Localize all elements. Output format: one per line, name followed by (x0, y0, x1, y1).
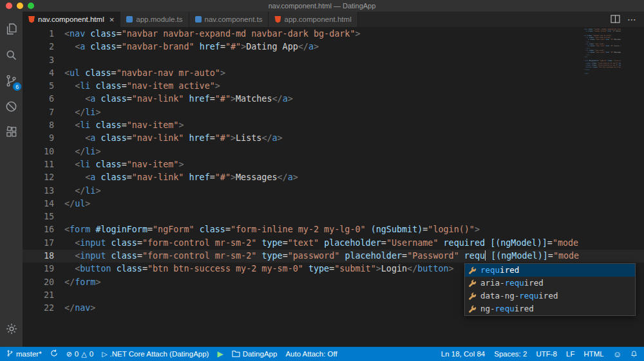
extensions-icon[interactable] (0, 119, 23, 145)
code-text: <a class="nav-link" href="#">Matches</a> (64, 93, 293, 106)
git-branch-status[interactable]: master* (6, 349, 42, 358)
settings-gear-icon[interactable] (0, 316, 23, 342)
source-control-icon[interactable]: 6 (0, 68, 23, 93)
suggestion-required[interactable]: required (465, 264, 635, 277)
debug-config-label: .NET Core Attach (DatingApp) (110, 350, 209, 358)
line-number: 9 (23, 132, 54, 145)
sync-button[interactable] (50, 349, 58, 358)
code-line-15[interactable]: 15 (23, 210, 644, 223)
ts-file-icon (195, 16, 202, 23)
explorer-icon[interactable] (0, 16, 23, 42)
window-title: nav.component.html — DatingApp (269, 2, 376, 10)
problems-status[interactable]: ⊘ 0 △ 0 (66, 350, 94, 358)
tab-label: app.component.html (284, 15, 351, 23)
line-number: 18 (23, 250, 54, 263)
code-line-7[interactable]: 7 </li> (23, 106, 644, 119)
property-icon (468, 305, 477, 313)
code-line-6[interactable]: 6 <a class="nav-link" href="#">Matches</… (23, 93, 644, 106)
code-line-11[interactable]: 11 <li class="nav-item"> (23, 158, 644, 171)
code-line-13[interactable]: 13 </li> (23, 185, 644, 198)
code-line-3[interactable]: 3 (23, 54, 644, 67)
code-line-8[interactable]: 8 <li class="nav-item"> (23, 119, 644, 132)
code-text: </ul> (64, 198, 90, 210)
line-number: 11 (23, 158, 54, 171)
line-number: 1 (23, 28, 54, 41)
code-line-18[interactable]: 18 <input class="form-control mr-sm-2" t… (23, 250, 644, 263)
error-icon: ⊘ (66, 351, 72, 358)
run-task-button[interactable]: ▶ (217, 349, 223, 358)
line-number: 10 (23, 145, 54, 158)
tab-nav-component-ts[interactable]: nav.component.ts (189, 12, 269, 27)
suggestion-ng-required[interactable]: ng-required (465, 302, 635, 315)
line-number: 21 (23, 289, 54, 302)
tab-nav-component-html[interactable]: nav.component.html × (23, 12, 120, 27)
language-mode-status[interactable]: HTML (583, 350, 603, 358)
html-file-icon (28, 16, 35, 23)
code-text: <ul class="navbar-nav mr-auto"> (64, 67, 225, 80)
line-number: 17 (23, 237, 54, 250)
split-editor-icon[interactable] (611, 15, 620, 24)
code-text: <input class="form-control mr-sm-2" type… (64, 237, 578, 250)
debug-config-status[interactable]: ▷ .NET Core Attach (DatingApp) (102, 350, 209, 358)
suggestion-aria-required[interactable]: aria-required (465, 277, 635, 290)
code-line-10[interactable]: 10 </li> (23, 145, 644, 158)
code-text: <li class="nav-item"> (64, 158, 184, 171)
line-number: 2 (23, 41, 54, 53)
line-number: 20 (23, 276, 54, 289)
indentation-status[interactable]: Spaces: 2 (494, 350, 527, 358)
feedback-smiley-icon[interactable]: ☺ (613, 349, 621, 359)
line-number: 8 (23, 119, 54, 132)
tab-app-module-ts[interactable]: app.module.ts (120, 12, 189, 27)
ts-file-icon (126, 16, 133, 23)
tab-bar: nav.component.html × app.module.ts nav.c… (23, 12, 644, 27)
code-line-14[interactable]: 14</ul> (23, 198, 644, 210)
eol-status[interactable]: LF (566, 350, 574, 358)
tab-label: nav.component.ts (205, 15, 263, 23)
code-text: <a class="navbar-brand" href="#">Dating … (64, 41, 319, 53)
code-text: <input class="form-control mr-sm-2" type… (64, 250, 579, 263)
line-number: 5 (23, 80, 54, 93)
zoom-window-button[interactable] (28, 3, 34, 9)
tab-app-component-html[interactable]: app.component.html (269, 12, 357, 27)
code-line-9[interactable]: 9 <a class="nav-link" href="#">Lists</a> (23, 132, 644, 145)
minimize-window-button[interactable] (17, 3, 23, 9)
html-file-icon (274, 16, 281, 23)
line-number: 22 (23, 302, 54, 315)
search-icon[interactable] (0, 42, 23, 68)
notifications-bell-icon[interactable] (630, 350, 638, 358)
code-line-2[interactable]: 2 <a class="navbar-brand" href="#">Datin… (23, 41, 644, 53)
code-line-1[interactable]: 1<nav class="navbar navbar-expand-md nav… (23, 28, 644, 41)
suggestion-label: required (480, 264, 519, 277)
cursor-position-status[interactable]: Ln 18, Col 84 (441, 350, 485, 358)
minimap[interactable]: <nav class="navbar navbar-expand-md navb… (583, 28, 621, 75)
suggestion-label: data-ng-required (480, 290, 558, 302)
workspace-status[interactable]: DatingApp (232, 350, 278, 358)
code-line-16[interactable]: 16<form #loginForm="ngForm" class="form-… (23, 223, 644, 236)
line-number: 7 (23, 106, 54, 119)
line-number: 14 (23, 198, 54, 210)
activity-bar: 6 (0, 12, 23, 347)
code-text: </form> (64, 276, 100, 289)
editor[interactable]: 1<nav class="navbar navbar-expand-md nav… (23, 27, 644, 347)
close-window-button[interactable] (6, 3, 12, 9)
status-bar: master* ⊘ 0 △ 0 ▷ .NET Core Attach (Dati… (0, 347, 644, 361)
code-line-5[interactable]: 5 <li class="nav-item active"> (23, 80, 644, 93)
branch-name: master* (16, 350, 42, 358)
more-actions-icon[interactable]: ⋯ (627, 15, 636, 24)
line-number: 16 (23, 223, 54, 236)
code-text: </nav> (64, 302, 95, 315)
encoding-status[interactable]: UTF-8 (536, 350, 557, 358)
code-line-12[interactable]: 12 <a class="nav-link" href="#">Messages… (23, 171, 644, 184)
close-tab-icon[interactable]: × (109, 15, 115, 24)
warning-count: 0 (90, 350, 93, 358)
debug-icon[interactable] (0, 93, 23, 119)
code-text: <button class="btn btn-success my-2 my-s… (64, 263, 454, 275)
code-text: </li> (64, 145, 100, 158)
auto-attach-status[interactable]: Auto Attach: Off (285, 350, 337, 358)
code-text: <li class="nav-item active"> (64, 80, 220, 93)
code-line-4[interactable]: 4<ul class="navbar-nav mr-auto"> (23, 67, 644, 80)
code-text: <form #loginForm="ngForm" class="form-in… (64, 223, 480, 236)
suggestion-data-ng-required[interactable]: data-ng-required (465, 290, 635, 302)
code-line-17[interactable]: 17 <input class="form-control mr-sm-2" t… (23, 237, 644, 250)
property-icon (468, 266, 477, 275)
